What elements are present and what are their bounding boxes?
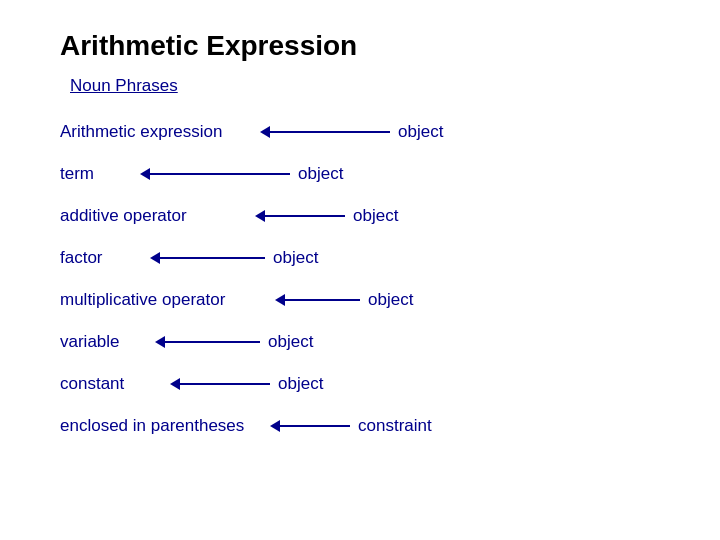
arrow-3 [255,210,345,222]
object-7: object [278,374,323,394]
arrow-head-7 [170,378,180,390]
object-3: object [353,206,398,226]
label-constant: constant [60,374,170,394]
row-factor: factor object [60,242,660,274]
arrow-head-2 [140,168,150,180]
arrow-head-6 [155,336,165,348]
object-6: object [268,332,313,352]
object-2: object [298,164,343,184]
arrow-line-6 [165,341,260,343]
arrow-line-1 [270,131,390,133]
arrow-4 [150,252,265,264]
label-variable: variable [60,332,155,352]
label-term: term [60,164,140,184]
object-1: object [398,122,443,142]
label-enclosed-in-parentheses: enclosed in parentheses [60,416,270,436]
arrow-5 [275,294,360,306]
arrow-line-7 [180,383,270,385]
arrow-2 [140,168,290,180]
row-constant: constant object [60,368,660,400]
row-arithmetic-expression: Arithmetic expression object [60,116,660,148]
row-variable: variable object [60,326,660,358]
label-factor: factor [60,248,150,268]
arrow-head-8 [270,420,280,432]
row-term: term object [60,158,660,190]
subtitle: Noun Phrases [70,76,660,96]
page: Arithmetic Expression Noun Phrases Arith… [0,0,720,540]
arrow-7 [170,378,270,390]
arrow-8 [270,420,350,432]
arrow-line-3 [265,215,345,217]
arrow-1 [260,126,390,138]
arrow-line-4 [160,257,265,259]
label-additive-operator: additive operator [60,206,255,226]
arrow-head-5 [275,294,285,306]
arrow-head-1 [260,126,270,138]
object-5: object [368,290,413,310]
arrow-line-8 [280,425,350,427]
arrow-6 [155,336,260,348]
label-multiplicative-operator: multiplicative operator [60,290,275,310]
object-4: object [273,248,318,268]
row-enclosed-in-parentheses: enclosed in parentheses constraint [60,410,660,442]
arrow-line-5 [285,299,360,301]
row-additive-operator: additive operator object [60,200,660,232]
object-8: constraint [358,416,432,436]
label-arithmetic-expression: Arithmetic expression [60,122,260,142]
arrow-head-4 [150,252,160,264]
row-multiplicative-operator: multiplicative operator object [60,284,660,316]
arrow-head-3 [255,210,265,222]
arrow-line-2 [150,173,290,175]
page-title: Arithmetic Expression [60,30,660,62]
